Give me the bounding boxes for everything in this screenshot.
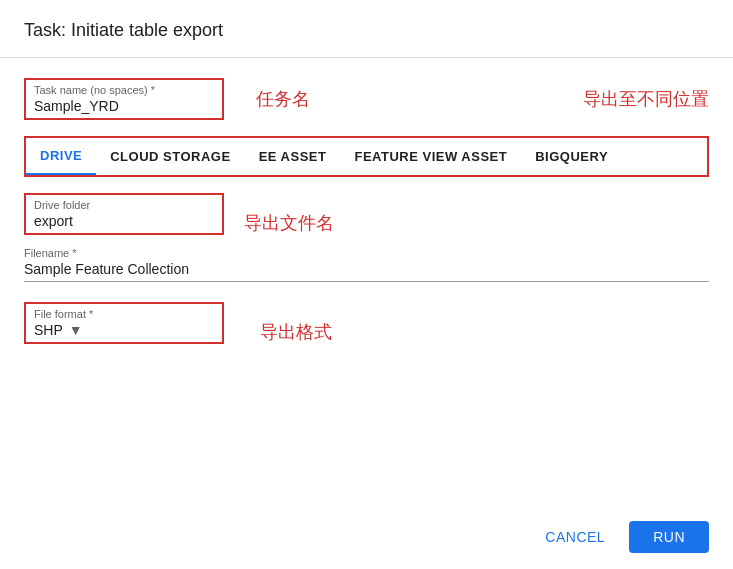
task-name-value: Sample_YRD: [34, 98, 214, 114]
filename-label: Filename *: [24, 247, 709, 259]
tab-feature-view-asset[interactable]: FEATURE VIEW ASSET: [340, 139, 521, 174]
chevron-down-icon: ▼: [69, 322, 83, 338]
file-format-field[interactable]: File format * SHP ▼: [24, 302, 224, 344]
tab-ee-asset[interactable]: EE ASSET: [245, 139, 341, 174]
dialog: Task: Initiate table export Task name (n…: [0, 0, 733, 569]
drive-folder-label: Drive folder: [34, 199, 214, 211]
filename-value: Sample Feature Collection: [24, 261, 709, 277]
run-button[interactable]: RUN: [629, 521, 709, 553]
dialog-body: Task name (no spaces) * Sample_YRD 任务名 导…: [0, 58, 733, 513]
task-name-label: Task name (no spaces) *: [34, 84, 214, 96]
tab-cloud-storage[interactable]: CLOUD STORAGE: [96, 139, 244, 174]
dialog-footer: CANCEL RUN: [0, 513, 733, 569]
drive-folder-field[interactable]: Drive folder export: [24, 193, 224, 235]
drive-folder-annotation: 导出文件名: [244, 211, 334, 235]
export-location-annotation: 导出至不同位置: [583, 87, 709, 111]
task-name-field[interactable]: Task name (no spaces) * Sample_YRD: [24, 78, 224, 120]
tab-drive[interactable]: DRIVE: [26, 138, 96, 175]
drive-folder-row: Drive folder export 导出文件名: [24, 193, 709, 235]
file-format-select[interactable]: SHP ▼: [34, 322, 214, 338]
task-name-row: Task name (no spaces) * Sample_YRD 任务名 导…: [24, 78, 709, 120]
tab-bigquery[interactable]: BIGQUERY: [521, 139, 622, 174]
filename-row: Filename * Sample Feature Collection: [24, 247, 709, 282]
file-format-row: File format * SHP ▼ 导出格式: [24, 302, 709, 344]
file-format-value: SHP: [34, 322, 63, 338]
drive-folder-value: export: [34, 213, 214, 229]
top-annotations: Task name (no spaces) * Sample_YRD 任务名 导…: [24, 78, 709, 120]
task-name-annotation: 任务名: [256, 87, 310, 111]
file-format-label: File format *: [34, 308, 214, 320]
dialog-title: Task: Initiate table export: [0, 0, 733, 58]
tabs-container: DRIVE CLOUD STORAGE EE ASSET FEATURE VIE…: [24, 136, 709, 177]
cancel-button[interactable]: CANCEL: [529, 521, 621, 553]
file-format-annotation: 导出格式: [260, 320, 332, 344]
